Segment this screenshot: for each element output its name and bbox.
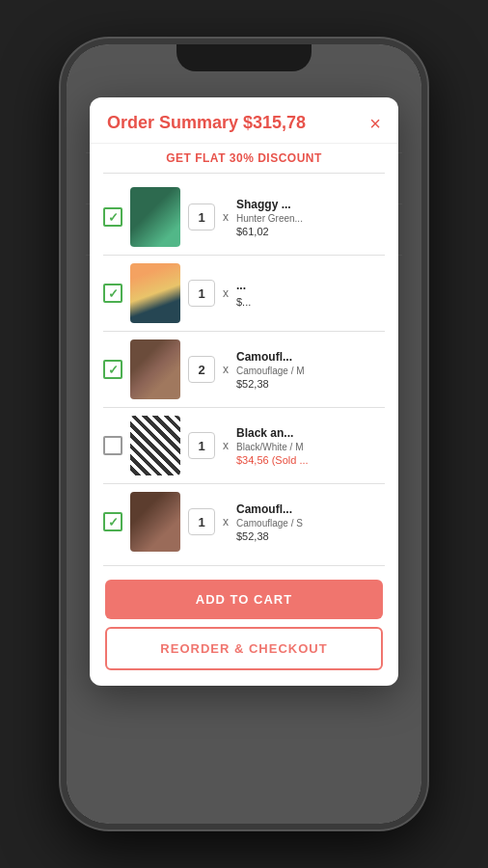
item-5-qty[interactable]: 1 — [188, 508, 215, 535]
item-3-info: Camoufl... Camouflage / M $52,38 — [236, 350, 385, 390]
item-1-variant: Hunter Green... — [236, 213, 385, 224]
item-2-x-symbol: x — [223, 286, 229, 300]
item-3-qty[interactable]: 2 — [188, 356, 215, 383]
item-1-x-symbol: x — [223, 210, 229, 224]
items-list: 1 x Shaggy ... Hunter Green... $61,02 — [90, 174, 398, 565]
item-1-checkbox[interactable] — [103, 207, 122, 227]
phone-shell: Payment Status Pending Fulfillment Statu… — [61, 39, 427, 829]
reorder-checkout-button[interactable]: REORDER & CHECKOUT — [105, 627, 383, 670]
item-4-thumbnail — [130, 416, 180, 475]
item-1-qty[interactable]: 1 — [188, 203, 215, 231]
list-item: 1 x Shaggy ... Hunter Green... $61,02 — [90, 179, 398, 255]
item-5-thumbnail — [130, 492, 180, 552]
list-item: 1 x Camoufl... Camouflage / S $52,38 — [90, 484, 398, 559]
item-5-x-symbol: x — [223, 515, 229, 529]
buttons-area: ADD TO CART REORDER & CHECKOUT — [90, 566, 398, 686]
item-5-info: Camoufl... Camouflage / S $52,38 — [236, 502, 385, 542]
discount-banner: GET FLAT 30% DISCOUNT — [90, 144, 398, 173]
item-4-checkbox[interactable] — [103, 436, 122, 455]
item-4-x-symbol: x — [223, 439, 229, 452]
item-5-price: $52,38 — [236, 530, 385, 542]
item-2-price: $... — [236, 296, 385, 308]
item-5-variant: Camouflage / S — [236, 518, 385, 529]
item-1-info: Shaggy ... Hunter Green... $61,02 — [236, 198, 385, 237]
add-to-cart-button[interactable]: ADD TO CART — [105, 580, 383, 619]
phone-screen: Payment Status Pending Fulfillment Statu… — [67, 44, 421, 824]
item-2-info: ... $... — [236, 279, 385, 308]
list-item: 2 x Camoufl... Camouflage / M $52,38 — [90, 332, 398, 407]
item-3-checkbox[interactable] — [103, 360, 122, 379]
item-1-name: Shaggy ... — [236, 198, 385, 211]
item-1-thumbnail — [130, 187, 180, 247]
item-5-name: Camoufl... — [236, 502, 385, 516]
item-4-price: $34,56 (Sold ... — [236, 454, 385, 466]
item-2-checkbox[interactable] — [103, 284, 122, 303]
item-2-thumbnail — [130, 263, 180, 323]
list-item: 1 x ... $... — [90, 256, 398, 331]
item-2-qty[interactable]: 1 — [188, 280, 215, 307]
item-5-checkbox[interactable] — [103, 512, 122, 531]
item-4-variant: Black/White / M — [236, 442, 385, 452]
item-3-variant: Camouflage / M — [236, 366, 385, 376]
modal-header: Order Summary $315,78 × — [90, 97, 398, 144]
item-4-info: Black an... Black/White / M $34,56 (Sold… — [236, 426, 385, 466]
item-3-x-symbol: x — [223, 363, 229, 376]
modal-title: Order Summary $315,78 — [107, 113, 306, 133]
phone-notch — [176, 44, 312, 71]
item-4-qty[interactable]: 1 — [188, 432, 215, 459]
item-4-name: Black an... — [236, 426, 385, 440]
order-summary-modal: Order Summary $315,78 × GET FLAT 30% DIS… — [90, 97, 398, 686]
item-3-thumbnail — [130, 339, 180, 399]
item-3-name: Camoufl... — [236, 350, 385, 364]
item-2-name: ... — [236, 279, 385, 292]
modal-overlay: Order Summary $315,78 × GET FLAT 30% DIS… — [67, 44, 421, 824]
close-button[interactable]: × — [369, 114, 381, 133]
item-1-price: $61,02 — [236, 226, 385, 237]
list-item: 1 x Black an... Black/White / M $34,56 (… — [90, 408, 398, 483]
item-3-price: $52,38 — [236, 378, 385, 390]
